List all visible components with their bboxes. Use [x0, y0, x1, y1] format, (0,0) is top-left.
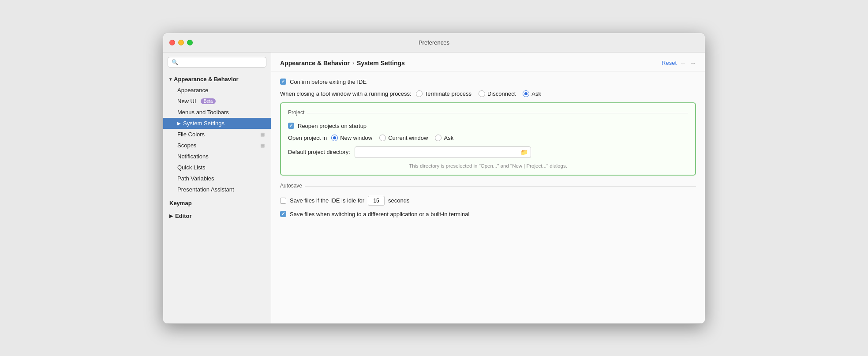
search-input[interactable] — [180, 59, 262, 65]
sidebar-item-label: Presentation Assistant — [177, 186, 234, 193]
confirm-exit-checkbox[interactable]: ✓ — [280, 79, 286, 85]
default-dir-row: Default project directory: 📁 — [288, 146, 688, 158]
closing-tool-window-row: When closing a tool window with a runnin… — [280, 90, 696, 97]
ask-open-option[interactable]: Ask — [435, 135, 453, 141]
chevron-right-icon: ▶ — [169, 214, 173, 218]
chevron-right-icon: ▶ — [177, 121, 181, 126]
ask-open-label: Ask — [444, 135, 453, 141]
sidebar-item-system-settings[interactable]: ▶ System Settings — [163, 118, 271, 129]
sidebar-item-label: Keymap — [169, 200, 192, 206]
sidebar-nav: ▾ Appearance & Behavior Appearance New U… — [163, 72, 271, 223]
new-window-option[interactable]: New window — [331, 135, 372, 141]
reset-button[interactable]: Reset — [662, 60, 677, 66]
file-icon: ▤ — [260, 131, 265, 137]
default-dir-input[interactable]: 📁 — [355, 146, 531, 158]
breadcrumb-separator: › — [352, 60, 354, 66]
save-switch-checkbox[interactable]: ✓ — [280, 211, 286, 217]
terminate-radio[interactable] — [416, 90, 423, 97]
sidebar-item-label: Path Variables — [177, 175, 214, 182]
sidebar-item-new-ui[interactable]: New UI Beta — [163, 96, 271, 107]
save-idle-checkbox[interactable] — [280, 198, 286, 204]
panel-body: ✓ Confirm before exiting the IDE When cl… — [271, 71, 705, 225]
disconnect-option[interactable]: Disconnect — [479, 90, 516, 97]
current-window-label: Current window — [388, 135, 428, 141]
search-icon: 🔍 — [172, 59, 178, 65]
ask-close-label: Ask — [531, 90, 541, 97]
sidebar-item-presentation-assistant[interactable]: Presentation Assistant — [163, 184, 271, 195]
forward-button[interactable]: → — [690, 60, 696, 67]
autosave-section: Autosave Save files if the IDE is idle f… — [280, 181, 696, 217]
closing-label: When closing a tool window with a runnin… — [280, 90, 412, 97]
project-title: Project — [288, 109, 304, 116]
divider — [305, 186, 696, 187]
open-project-radio-group: New window Current window Ask — [331, 135, 453, 141]
disconnect-label: Disconnect — [487, 90, 516, 97]
project-section: Project ✓ Reopen projects on startup Ope… — [280, 102, 696, 176]
sidebar: 🔍 ▾ Appearance & Behavior Appearance New… — [163, 52, 271, 323]
main-panel: Appearance & Behavior › System Settings … — [271, 52, 705, 323]
reopen-projects-label: Reopen projects on startup — [298, 123, 367, 129]
beta-badge: Beta — [201, 98, 216, 104]
current-window-option[interactable]: Current window — [379, 135, 428, 141]
sidebar-item-path-variables[interactable]: Path Variables — [163, 173, 271, 184]
ask-close-option[interactable]: Ask — [523, 90, 541, 97]
sidebar-item-label: Scopes — [177, 142, 196, 149]
panel-header: Appearance & Behavior › System Settings … — [271, 52, 705, 71]
autosave-title-row: Autosave — [280, 183, 696, 191]
sidebar-item-menus-toolbars[interactable]: Menus and Toolbars — [163, 107, 271, 118]
project-title-row: Project — [288, 109, 688, 117]
default-dir-label: Default project directory: — [288, 149, 350, 155]
sidebar-item-label: Appearance — [177, 87, 208, 94]
ask-open-radio[interactable] — [435, 135, 441, 141]
maximize-button[interactable] — [187, 40, 193, 45]
save-switch-row: ✓ Save files when switching to a differe… — [280, 211, 696, 217]
radio-dot — [524, 92, 528, 95]
open-project-in-row: Open project in New window Current windo — [288, 135, 688, 141]
breadcrumb-part2: System Settings — [357, 60, 405, 67]
new-window-radio[interactable] — [331, 135, 338, 141]
checkmark-icon: ✓ — [281, 212, 285, 216]
sidebar-item-file-colors[interactable]: File Colors ▤ — [163, 129, 271, 140]
sidebar-item-appearance-behavior[interactable]: ▾ Appearance & Behavior — [163, 74, 271, 85]
idle-seconds-input[interactable] — [368, 196, 385, 206]
autosave-title: Autosave — [280, 183, 302, 189]
main-content: 🔍 ▾ Appearance & Behavior Appearance New… — [163, 52, 705, 323]
sidebar-item-label: Notifications — [177, 153, 209, 160]
save-idle-label-after: seconds — [388, 197, 409, 204]
traffic-lights — [169, 40, 193, 45]
save-idle-label-before: Save files if the IDE is idle for — [290, 197, 364, 204]
sidebar-item-appearance[interactable]: Appearance — [163, 85, 271, 96]
sidebar-item-label: Appearance & Behavior — [174, 76, 239, 82]
reopen-projects-checkbox[interactable]: ✓ — [288, 123, 294, 129]
sidebar-item-label: Editor — [175, 213, 192, 219]
folder-icon: 📁 — [520, 149, 528, 156]
sidebar-item-label: Menus and Toolbars — [177, 109, 229, 116]
disconnect-radio[interactable] — [479, 90, 485, 97]
close-button[interactable] — [169, 40, 175, 45]
ask-close-radio[interactable] — [523, 90, 529, 97]
window-title: Preferences — [419, 39, 449, 46]
titlebar: Preferences — [163, 33, 705, 52]
radio-dot — [333, 136, 336, 139]
breadcrumb: Appearance & Behavior › System Settings — [280, 60, 405, 67]
sidebar-item-label: Quick Lists — [177, 164, 206, 171]
sidebar-item-notifications[interactable]: Notifications — [163, 151, 271, 162]
sidebar-item-scopes[interactable]: Scopes ▤ — [163, 140, 271, 151]
sidebar-item-quick-lists[interactable]: Quick Lists — [163, 162, 271, 173]
sidebar-item-editor[interactable]: ▶ Editor — [163, 210, 271, 221]
current-window-radio[interactable] — [379, 135, 386, 141]
sidebar-item-keymap[interactable]: Keymap — [163, 198, 271, 209]
minimize-button[interactable] — [178, 40, 184, 45]
header-nav: Reset ← → — [662, 60, 696, 67]
back-button[interactable]: ← — [680, 60, 686, 67]
search-box[interactable]: 🔍 — [168, 57, 266, 67]
preferences-window: Preferences 🔍 ▾ Appearance & Behavior Ap… — [163, 33, 705, 324]
terminate-label: Terminate process — [425, 90, 471, 97]
sidebar-item-label: File Colors — [177, 131, 205, 138]
chevron-down-icon: ▾ — [169, 77, 172, 82]
terminate-option[interactable]: Terminate process — [416, 90, 471, 97]
confirm-exit-label: Confirm before exiting the IDE — [290, 79, 367, 85]
sidebar-item-label: System Settings — [183, 120, 224, 127]
checkmark-icon: ✓ — [281, 79, 285, 84]
breadcrumb-part1: Appearance & Behavior — [280, 60, 350, 67]
